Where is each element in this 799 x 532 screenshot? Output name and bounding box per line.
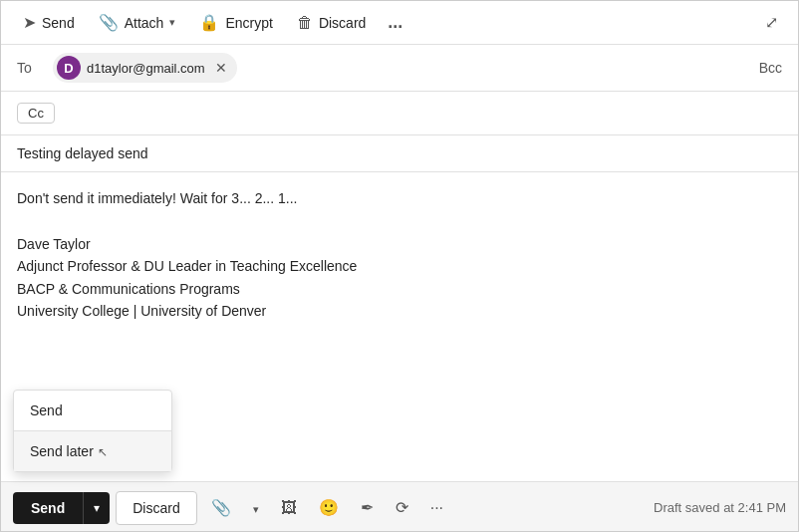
attach-icon: 📎 (99, 13, 119, 32)
send-dropdown-menu: Send Send later ↖ (13, 390, 172, 472)
discard-icon: 🗑 (297, 14, 313, 32)
send-group: Send ▾ Send Send later ↖ (13, 492, 110, 524)
loop-icon: ⟳ (396, 499, 408, 516)
recipient-chip[interactable]: D d1taylor@gmail.com ✕ (53, 53, 237, 83)
encrypt-label: Encrypt (225, 15, 272, 31)
body-content: Don't send it immediately! Wait for 3...… (17, 190, 297, 206)
paperclip-icon: 📎 (211, 499, 231, 516)
bottom-send-label: Send (31, 500, 65, 516)
body-main-text: Don't send it immediately! Wait for 3...… (17, 188, 782, 209)
send-icon: ➤ (23, 13, 36, 32)
bottom-toolbar: Send ▾ Send Send later ↖ Discard 📎 (1, 481, 798, 532)
top-toolbar: ➤ Send 📎 Attach ▾ 🔒 Encrypt 🗑 Discard ..… (1, 1, 798, 45)
cursor-icon: ↖ (98, 445, 108, 459)
discard-toolbar-button[interactable]: 🗑 Discard (287, 8, 376, 38)
signature-button[interactable]: ✒ (353, 492, 382, 523)
avatar: D (57, 56, 81, 80)
bottom-send-button[interactable]: Send (13, 492, 83, 524)
attach-dropdown-icon: ▾ (253, 503, 259, 515)
attach-formatting-button[interactable]: 📎 (203, 492, 239, 523)
recipient-email: d1taylor@gmail.com (87, 61, 205, 76)
sig-university: University College | University of Denve… (17, 300, 782, 322)
subject-text: Testing delayed send (17, 145, 148, 161)
more-label: ... (388, 12, 402, 32)
send-now-menu-item[interactable]: Send (14, 391, 171, 430)
sig-dept: BACP & Communications Programs (17, 278, 782, 300)
attach-button[interactable]: 📎 Attach ▾ (89, 7, 186, 38)
more-formatting-button[interactable]: ··· (422, 493, 451, 523)
attach-label: Attach (125, 15, 164, 31)
send-label: Send (42, 15, 75, 31)
popout-button[interactable]: ⤢ (757, 9, 786, 36)
to-field-row: To D d1taylor@gmail.com ✕ Bcc (1, 45, 798, 92)
subject-row[interactable]: Testing delayed send (1, 135, 798, 172)
bcc-button[interactable]: Bcc (759, 60, 782, 76)
loop-button[interactable]: ⟳ (388, 492, 416, 523)
signature: Dave Taylor Adjunct Professor & DU Leade… (17, 233, 782, 323)
send-chevron-icon: ▾ (94, 501, 100, 515)
discard-label: Discard (319, 15, 366, 31)
more-formatting-icon: ··· (430, 499, 443, 516)
cc-field-row: Cc (1, 92, 798, 135)
cc-button[interactable]: Cc (17, 103, 55, 124)
send-later-menu-item[interactable]: Send later ↖ (14, 431, 171, 471)
draft-status: Draft saved at 2:41 PM (654, 500, 786, 515)
popout-icon: ⤢ (765, 14, 778, 31)
remove-recipient-button[interactable]: ✕ (215, 60, 227, 76)
compose-area: To D d1taylor@gmail.com ✕ Bcc Cc Testing… (1, 45, 798, 532)
encrypt-icon: 🔒 (199, 13, 219, 32)
cc-label: Cc (28, 106, 44, 121)
to-label: To (17, 60, 53, 76)
emoji-button[interactable]: 🙂 (311, 492, 347, 523)
sig-name: Dave Taylor (17, 233, 782, 255)
attach-chevron-icon: ▾ (169, 16, 175, 29)
signature-icon: ✒ (361, 499, 374, 516)
image-icon: 🖼 (281, 499, 297, 516)
bottom-discard-label: Discard (133, 500, 179, 516)
image-button[interactable]: 🖼 (273, 493, 305, 523)
sig-title: Adjunct Professor & DU Leader in Teachin… (17, 255, 782, 277)
send-dropdown-button[interactable]: ▾ (83, 492, 110, 524)
attach-chevron-button[interactable]: ▾ (245, 493, 267, 523)
more-button[interactable]: ... (380, 8, 410, 37)
encrypt-button[interactable]: 🔒 Encrypt (189, 7, 282, 38)
send-now-label: Send (30, 402, 63, 418)
send-later-label: Send later (30, 443, 94, 459)
avatar-initial: D (64, 61, 73, 76)
bottom-discard-button[interactable]: Discard (116, 491, 196, 525)
emoji-icon: 🙂 (319, 499, 339, 516)
send-button[interactable]: ➤ Send (13, 7, 85, 38)
